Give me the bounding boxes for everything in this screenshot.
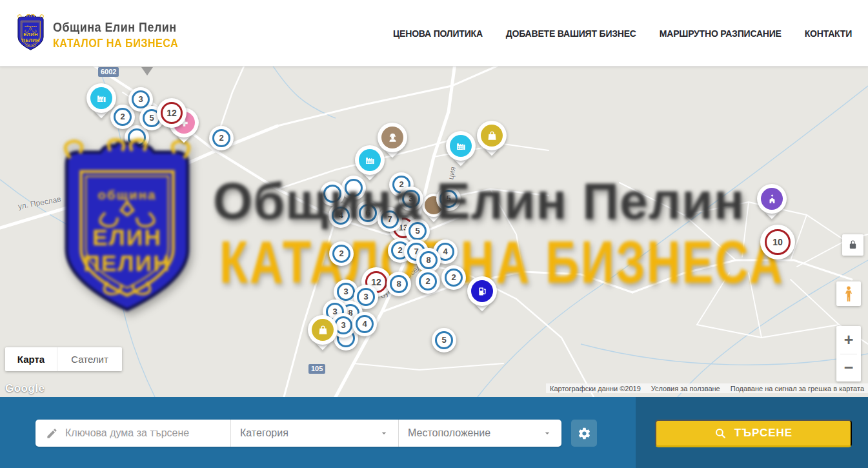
cluster-ring: 2 xyxy=(419,272,437,290)
search-button-label: ТЪРСЕНЕ xyxy=(734,427,792,440)
cluster-count: 5 xyxy=(149,113,154,123)
cluster-ring: 3 xyxy=(132,90,150,108)
cluster-marker[interactable]: 3 xyxy=(399,187,423,211)
nav-item-3[interactable]: КОНТАКТИ xyxy=(805,28,852,39)
main-nav: ЦЕНОВА ПОЛИТИКАДОБАВЕТЕ ВАШИЯТ БИЗНЕСМАР… xyxy=(393,0,852,66)
logo-subtitle: КАТАЛОГ НА БИЗНЕСА xyxy=(53,37,178,50)
cluster-marker[interactable]: 2 xyxy=(329,241,354,266)
cluster-ring xyxy=(323,185,341,203)
cluster-marker[interactable]: 2 xyxy=(441,265,466,290)
cluster-count: 6 xyxy=(365,208,370,218)
factory-pin-marker[interactable] xyxy=(86,83,116,121)
cluster-ring: 2 xyxy=(332,245,350,263)
cluster-count: 4 xyxy=(362,319,367,329)
search-input-group: Категория Местоположение xyxy=(35,420,561,447)
cluster-marker[interactable]: 10 xyxy=(760,225,795,259)
cluster-ring: 5 xyxy=(439,190,458,208)
cluster-ring: 8 xyxy=(390,275,408,293)
search-bar: Категория Местоположение ТЪРСЕНЕ xyxy=(0,397,868,468)
cluster-marker[interactable] xyxy=(320,181,345,206)
nav-item-1[interactable]: ДОБАВЕТЕ ВАШИЯТ БИЗНЕС xyxy=(506,28,636,39)
cluster-ring: 2 xyxy=(445,269,463,287)
lock-button[interactable] xyxy=(842,234,863,256)
google-logo[interactable]: Google xyxy=(5,382,45,395)
bag-pin-marker[interactable] xyxy=(308,315,338,352)
cluster-count: 5 xyxy=(446,194,450,203)
cluster-count: 8 xyxy=(396,279,401,289)
cluster-count: 4 xyxy=(338,210,343,220)
cluster-count: 3 xyxy=(363,292,368,301)
cluster-count: 2 xyxy=(339,249,343,258)
cluster-ring xyxy=(128,128,146,147)
road-badge: 6002 xyxy=(98,67,119,77)
nav-item-0[interactable]: ЦЕНОВА ПОЛИТИКА xyxy=(393,28,483,39)
cluster-marker[interactable]: 4 xyxy=(352,312,377,336)
nav-item-2[interactable]: МАРШРУТНО РАЗПИСАНИЕ xyxy=(660,28,782,39)
category-label: Категория xyxy=(240,427,288,439)
cluster-ring: 2 xyxy=(114,108,132,126)
cluster-marker[interactable]: 4 xyxy=(328,203,353,228)
cluster-count: 3 xyxy=(138,94,143,104)
category-dropdown[interactable]: Категория xyxy=(230,420,398,447)
advanced-settings-button[interactable] xyxy=(571,420,597,447)
cluster-ring: 3 xyxy=(357,288,375,306)
cluster-count: 2 xyxy=(398,245,402,255)
cluster-marker[interactable]: 5 xyxy=(432,328,456,352)
map-canvas[interactable]: ул. Преславбул. „Новоселция6002105 23135… xyxy=(0,66,868,397)
cluster-marker[interactable]: 8 xyxy=(387,272,411,296)
factory-pin-marker[interactable] xyxy=(446,131,476,168)
pegman-icon xyxy=(842,285,856,302)
cluster-ring: 5 xyxy=(435,331,453,349)
cluster-marker[interactable]: 2 xyxy=(209,126,234,150)
church-pin-marker[interactable] xyxy=(757,184,787,221)
cluster-count: 3 xyxy=(341,320,345,330)
cluster-marker[interactable]: 6 xyxy=(356,201,380,225)
location-dropdown[interactable]: Местоположение xyxy=(398,420,561,447)
terms-link[interactable]: Условия за ползване xyxy=(651,385,720,392)
cluster-marker[interactable]: 5 xyxy=(436,187,461,211)
factory-icon xyxy=(359,149,381,171)
cluster-ring: 6 xyxy=(359,204,377,222)
search-button[interactable]: ТЪРСЕНЕ xyxy=(655,420,852,447)
report-error-link[interactable]: Подаване на сигнал за грешка в картата xyxy=(731,385,864,392)
factory-icon xyxy=(90,87,112,109)
fuel-pin-marker[interactable] xyxy=(467,276,497,314)
cluster-ring: 3 xyxy=(402,190,420,208)
map-view-button[interactable]: Карта xyxy=(5,347,57,371)
lock-icon xyxy=(847,239,858,250)
zoom-in-button[interactable]: + xyxy=(836,326,861,354)
cluster-count: 12 xyxy=(167,108,177,118)
bag-pin-marker[interactable] xyxy=(477,121,507,158)
zoom-control: + − xyxy=(836,326,861,382)
gear-icon xyxy=(578,427,591,440)
cluster-ring: 5 xyxy=(409,222,427,240)
cluster-count: 4 xyxy=(443,247,447,256)
road-badge: 105 xyxy=(308,364,325,374)
cluster-marker[interactable]: 12 xyxy=(157,98,187,128)
cluster-count: 5 xyxy=(415,226,419,236)
cluster-ring: 7 xyxy=(381,210,399,229)
cluster-count: 2 xyxy=(219,133,223,143)
worker-icon xyxy=(381,127,403,148)
location-label: Местоположение xyxy=(408,427,490,439)
cluster-count: 3 xyxy=(343,287,348,296)
municipality-crest-icon xyxy=(15,14,46,52)
cluster-ring: 8 xyxy=(419,251,438,269)
cluster-ring: 4 xyxy=(332,207,350,225)
map-attribution: Картографски данни ©2019 Условия за полз… xyxy=(546,383,868,393)
site-logo[interactable]: Община Елин Пелин КАТАЛОГ НА БИЗНЕСА xyxy=(15,14,192,52)
cluster-count: 10 xyxy=(772,237,783,247)
keyword-search-input[interactable] xyxy=(65,427,220,439)
zoom-out-button[interactable]: − xyxy=(836,354,861,382)
satellite-view-button[interactable]: Сателит xyxy=(57,347,122,371)
attribution-copyright: Картографски данни ©2019 xyxy=(550,385,641,392)
keyword-segment xyxy=(35,420,230,447)
search-icon xyxy=(714,427,727,440)
cluster-ring: 12 xyxy=(161,102,183,124)
bag-icon xyxy=(481,125,503,147)
cluster-count: 2 xyxy=(120,112,125,121)
street-view-pegman-button[interactable] xyxy=(836,281,861,306)
factory-pin-marker[interactable] xyxy=(355,145,385,183)
cluster-marker[interactable]: 7 xyxy=(378,207,402,232)
cluster-marker[interactable]: 2 xyxy=(416,269,440,294)
